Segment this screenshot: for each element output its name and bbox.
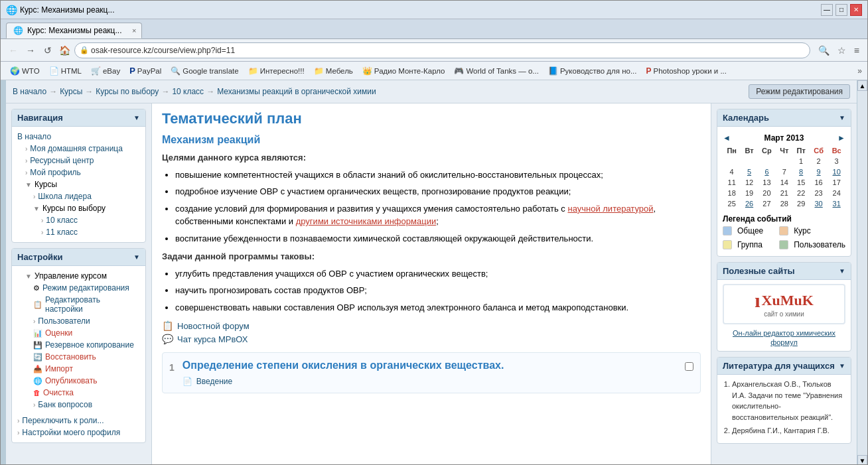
legend-common-color (723, 226, 732, 235)
calendar-collapse-icon[interactable]: ▼ (839, 114, 845, 121)
legend-group-color (723, 240, 732, 249)
xumuk-logo: ı XuMuK (729, 291, 839, 310)
cal-day-6[interactable]: 6 (764, 168, 768, 176)
nav-collapse-icon[interactable]: ▼ (133, 114, 140, 121)
settings-my-profile: › Настройки моего профиля (17, 427, 140, 438)
bookmarks-star-icon[interactable]: ☆ (835, 44, 849, 57)
menu-icon[interactable]: ≡ (851, 44, 862, 57)
useful-sites-collapse-icon[interactable]: ▼ (839, 267, 845, 275)
right-sidebar: Календарь ▼ ◄ Март 2013 ► (711, 103, 857, 465)
reload-button[interactable]: ↺ (40, 43, 55, 58)
nav-profile-link[interactable]: Мой профиль (30, 168, 81, 177)
cal-day-30[interactable]: 30 (815, 200, 823, 208)
breadcrumb-courses[interactable]: Курсы (60, 87, 82, 96)
calendar-month: Март 2013 (764, 133, 804, 143)
switch-role-link[interactable]: Переключить к роли... (22, 416, 104, 425)
nav-school-link[interactable]: Школа лидера (38, 192, 92, 201)
forum1-icon: 📋 (162, 320, 173, 331)
calendar-block: Календарь ▼ ◄ Март 2013 ► (717, 109, 851, 257)
bookmark-photoshop[interactable]: P Photoshop уроки и ... (642, 65, 731, 77)
edit-mode-link[interactable]: Режим редактирования (42, 283, 129, 293)
import-link[interactable]: Импорт (45, 364, 73, 373)
settings-collapse-icon[interactable]: ▼ (133, 253, 140, 261)
forum2-item: 💬 Чат курса МРвОХ (162, 334, 701, 344)
maximize-button[interactable]: □ (835, 4, 847, 16)
bookmark-mebel[interactable]: 📁 Мебель (310, 65, 357, 77)
settings-header: Настройки ▼ (12, 249, 145, 266)
section-title: Механизм реакций (162, 134, 701, 146)
nav-grade11-link[interactable]: 11 класс (46, 228, 78, 237)
literature-collapse-icon[interactable]: ▼ (839, 362, 845, 369)
bookmark-paypal[interactable]: P PayPal (125, 64, 165, 77)
active-tab[interactable]: 🌐 Курс: Механизмы реакц... × (6, 23, 142, 38)
breadcrumb-elective[interactable]: Курсы по выбору (96, 87, 159, 96)
nav-grade10-link[interactable]: 10 класс (46, 216, 78, 225)
nav-resource-link[interactable]: Ресурсный центр (30, 156, 94, 165)
scrollbar-up-button[interactable]: ▲ (857, 80, 867, 91)
nav-courses: ▼ Курсы (25, 178, 140, 190)
task-item-3: совершенствовать навыки составления ОВР … (175, 301, 701, 314)
task-item-2: научить прогнозировать состав продуктов … (175, 284, 701, 297)
cleanup-link[interactable]: Очистка (43, 388, 74, 397)
legend-common-label: Общее (737, 226, 763, 235)
cal-day-9[interactable]: 9 (817, 168, 821, 176)
forward-button[interactable]: → (23, 43, 38, 58)
my-profile-settings-link[interactable]: Настройки моего профиля (22, 428, 120, 437)
breadcrumb-home[interactable]: В начало (13, 87, 46, 96)
lesson-intro-link[interactable]: 📄 Введение (182, 377, 685, 386)
xumuk-link[interactable]: Он-лайн редактор химических формул (733, 329, 835, 346)
cal-day-8[interactable]: 8 (799, 168, 803, 176)
nav-home-link[interactable]: В начало (17, 132, 51, 141)
bookmark-ebay[interactable]: 🛒 eBay (87, 65, 124, 77)
bookmark-wot[interactable]: 🎮 World of Tanks — о... (450, 65, 543, 77)
legend-title: Легенда событий (723, 214, 845, 224)
cal-day-26[interactable]: 26 (745, 200, 753, 208)
restore-link[interactable]: Восстановить (45, 352, 96, 362)
lesson-checkbox[interactable] (685, 362, 693, 371)
calendar-days-header: Пн Вт Ср Чт Пт Сб Вс (723, 145, 845, 156)
cal-day-5[interactable]: 5 (747, 168, 751, 176)
bookmark-html[interactable]: 📄 HTML (45, 65, 86, 77)
forum1-item: 📋 Новостной форум (162, 320, 701, 331)
edit-settings-link[interactable]: Редактировать настройки (45, 295, 140, 314)
course-management-label: Управление курсом (35, 271, 107, 281)
nav-home: В начало (17, 131, 140, 143)
literature-header: Литература для учащихся ▼ (717, 358, 851, 375)
settings-body: ▼ Управление курсом ⚙ Режим редактирован… (12, 266, 145, 442)
bookmark-radio[interactable]: 👑 Радио Монте-Карло (358, 65, 449, 77)
minimize-button[interactable]: — (821, 4, 833, 16)
bookmark-wto[interactable]: 🌍 WTO (6, 65, 44, 77)
bookmark-guide[interactable]: 📘 Руководство для но... (544, 65, 641, 77)
cal-week-1: 1 2 3 (723, 156, 845, 166)
calendar-title: Календарь (723, 113, 769, 123)
scrollbar-track[interactable] (857, 91, 867, 455)
backup-link[interactable]: Резервное копирование (45, 340, 134, 350)
users-link[interactable]: Пользователи (38, 316, 90, 326)
calendar-next[interactable]: ► (837, 133, 845, 143)
nav-my-home-link[interactable]: Моя домашняя страница (30, 144, 123, 153)
edit-mode-button[interactable]: Режим редактирования (749, 84, 850, 99)
bookmark-google-translate[interactable]: 🔍 Google translate (167, 65, 242, 77)
scrollbar-down-button[interactable]: ▼ (857, 455, 867, 465)
forum1-link[interactable]: Новостной форум (177, 321, 250, 331)
search-icon[interactable]: 🔍 (816, 44, 832, 57)
tasks-list: углубить представления учащихся об ОВР с… (175, 267, 701, 314)
publish-link[interactable]: Опубликовать (45, 376, 97, 385)
breadcrumb-grade10[interactable]: 10 класс (172, 87, 204, 96)
settings-block: Настройки ▼ ▼ Управление курсом (11, 248, 146, 443)
photoshop-icon: P (646, 66, 652, 76)
bookmark-interesting[interactable]: 📁 Интересно!!! (244, 65, 309, 77)
settings-question-bank: › Банк вопросов (33, 399, 140, 411)
calendar-prev[interactable]: ◄ (723, 133, 731, 143)
forum2-link[interactable]: Чат курса МРвОХ (177, 334, 248, 344)
bookmarks-more-icon[interactable]: » (857, 66, 862, 76)
back-button[interactable]: ← (6, 43, 21, 58)
guide-icon: 📘 (548, 66, 558, 76)
cal-day-10[interactable]: 10 (833, 168, 841, 176)
address-bar[interactable] (74, 42, 810, 58)
tab-close-icon[interactable]: × (132, 27, 136, 34)
cal-day-31[interactable]: 31 (833, 200, 841, 208)
close-button[interactable]: ✕ (850, 4, 862, 16)
question-bank-link[interactable]: Банк вопросов (38, 400, 92, 409)
grades-link[interactable]: Оценки (45, 328, 72, 338)
